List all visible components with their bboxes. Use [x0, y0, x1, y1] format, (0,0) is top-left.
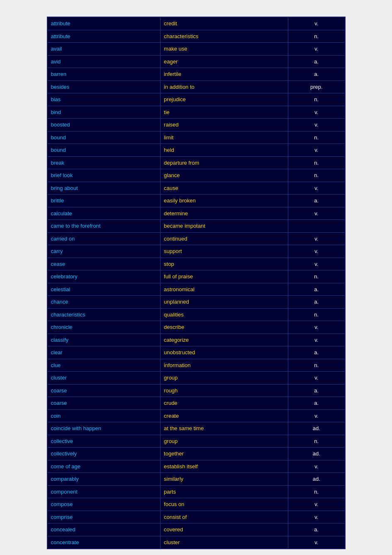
- word-cell: coincide with happen: [48, 422, 161, 435]
- definition-cell: rough: [161, 384, 288, 397]
- pos-cell: v.: [288, 207, 344, 220]
- pos-cell: v.: [288, 498, 344, 511]
- pos-cell: v.: [288, 460, 344, 473]
- word-cell: bias: [48, 93, 161, 106]
- definition-cell: together: [161, 448, 288, 460]
- definition-cell: similarly: [161, 473, 288, 486]
- table-row: celestialastronomicala.: [48, 283, 345, 296]
- word-cell: come of age: [48, 460, 161, 473]
- definition-cell: support: [161, 245, 288, 258]
- table-row: classifycategorizev.: [48, 333, 345, 346]
- word-cell: bound: [48, 144, 161, 157]
- definition-cell: covered: [161, 523, 288, 536]
- pos-cell: v.: [288, 43, 344, 56]
- pos-cell: n.: [288, 30, 344, 43]
- table-row: bindtiev.: [48, 106, 345, 119]
- word-cell: collectively: [48, 448, 161, 460]
- word-cell: break: [48, 156, 161, 169]
- definition-cell: full of praise: [161, 270, 288, 283]
- table-row: concentrateclusterv.: [48, 536, 345, 548]
- definition-cell: in addition to: [161, 80, 288, 93]
- word-cell: bind: [48, 106, 161, 119]
- definition-cell: parts: [161, 485, 288, 498]
- pos-cell: a.: [288, 523, 344, 536]
- word-cell: cluster: [48, 372, 161, 385]
- word-cell: barren: [48, 68, 161, 81]
- word-cell: chance: [48, 296, 161, 309]
- pos-cell: v.: [288, 17, 344, 30]
- pos-cell: prep.: [288, 80, 344, 93]
- definition-cell: cluster: [161, 536, 288, 548]
- table-row: boostedraisedv.: [48, 119, 345, 131]
- pos-cell: v.: [288, 182, 344, 195]
- table-row: besidesin addition toprep.: [48, 80, 345, 93]
- table-row: coincreatev.: [48, 409, 345, 422]
- definition-cell: make use: [161, 43, 288, 56]
- definition-cell: at the same time: [161, 422, 288, 435]
- pos-cell: v.: [288, 333, 344, 346]
- definition-cell: characteristics: [161, 30, 288, 43]
- table-row: compriseconsist ofv.: [48, 511, 345, 523]
- word-cell: concentrate: [48, 536, 161, 548]
- pos-cell: v.: [288, 321, 344, 334]
- pos-cell: v.: [288, 536, 344, 548]
- pos-cell: n.: [288, 485, 344, 498]
- pos-cell: a.: [288, 283, 344, 296]
- word-cell: comparably: [48, 473, 161, 486]
- definition-cell: held: [161, 144, 288, 157]
- pos-cell: n.: [288, 131, 344, 144]
- definition-cell: describe: [161, 321, 288, 334]
- table-row: carrysupportv.: [48, 245, 345, 258]
- definition-cell: astronomical: [161, 283, 288, 296]
- pos-cell: v.: [288, 119, 344, 131]
- vocabulary-table-container: attributecreditv.attributecharacteristic…: [47, 17, 346, 549]
- word-cell: calculate: [48, 207, 161, 220]
- table-row: boundheldv.: [48, 144, 345, 157]
- definition-cell: easily broken: [161, 195, 288, 207]
- word-cell: classify: [48, 333, 161, 346]
- word-cell: avid: [48, 55, 161, 68]
- definition-cell: unplanned: [161, 296, 288, 309]
- definition-cell: consist of: [161, 511, 288, 523]
- table-row: calculatedeterminev.: [48, 207, 345, 220]
- definition-cell: group: [161, 435, 288, 448]
- definition-cell: prejudice: [161, 93, 288, 106]
- pos-cell: v.: [288, 409, 344, 422]
- word-cell: cease: [48, 258, 161, 270]
- pos-cell: n.: [288, 270, 344, 283]
- pos-cell: n.: [288, 359, 344, 372]
- pos-cell: [288, 220, 344, 233]
- word-cell: concealed: [48, 523, 161, 536]
- pos-cell: a.: [288, 68, 344, 81]
- word-cell: component: [48, 485, 161, 498]
- pos-cell: v.: [288, 232, 344, 245]
- table-row: concealedcovereda.: [48, 523, 345, 536]
- pos-cell: a.: [288, 296, 344, 309]
- definition-cell: categorize: [161, 333, 288, 346]
- table-row: attributecharacteristicsn.: [48, 30, 345, 43]
- definition-cell: glance: [161, 169, 288, 182]
- definition-cell: became impotant: [161, 220, 288, 233]
- definition-cell: crude: [161, 397, 288, 410]
- table-row: bring aboutcausev.: [48, 182, 345, 195]
- table-row: come of ageestablish itselfv.: [48, 460, 345, 473]
- table-row: composefocus onv.: [48, 498, 345, 511]
- word-cell: brittle: [48, 195, 161, 207]
- definition-cell: departure from: [161, 156, 288, 169]
- word-cell: characteristics: [48, 308, 161, 321]
- table-row: collectivelytogetherad.: [48, 448, 345, 460]
- table-row: ceasestopv.: [48, 258, 345, 270]
- definition-cell: limit: [161, 131, 288, 144]
- pos-cell: a.: [288, 195, 344, 207]
- word-cell: avail: [48, 43, 161, 56]
- definition-cell: cause: [161, 182, 288, 195]
- pos-cell: a.: [288, 346, 344, 359]
- table-row: breakdeparture fromn.: [48, 156, 345, 169]
- pos-cell: a.: [288, 384, 344, 397]
- definition-cell: raised: [161, 119, 288, 131]
- word-cell: comprise: [48, 511, 161, 523]
- pos-cell: n.: [288, 308, 344, 321]
- word-cell: compose: [48, 498, 161, 511]
- table-row: componentpartsn.: [48, 485, 345, 498]
- definition-cell: qualities: [161, 308, 288, 321]
